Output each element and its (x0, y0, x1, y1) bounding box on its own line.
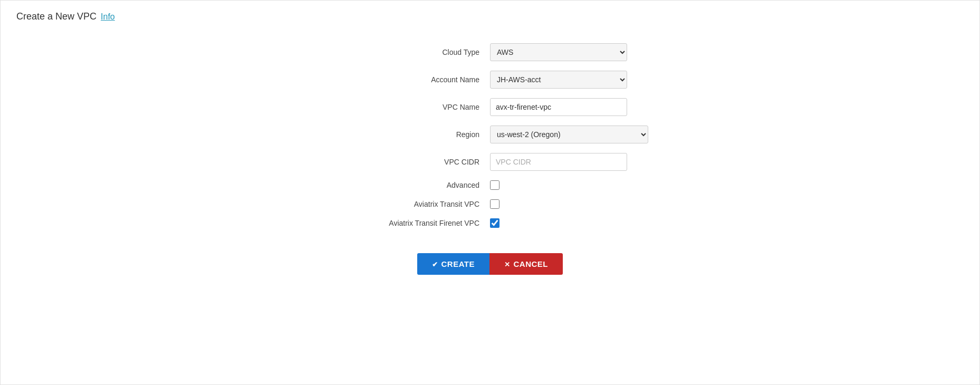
check-icon (432, 259, 438, 268)
advanced-control (490, 180, 627, 190)
account-name-control: JH-AWS-acct (490, 71, 627, 89)
region-row: Region us-west-2 (Oregon) us-east-1 (N. … (16, 126, 964, 143)
cloud-type-control: AWS Azure GCP OCI (490, 43, 627, 61)
aviatrix-transit-vpc-checkbox[interactable] (490, 199, 499, 209)
create-button-label: CREATE (441, 259, 475, 268)
form-container: Cloud Type AWS Azure GCP OCI Account Nam… (16, 43, 964, 275)
create-button[interactable]: CREATE (417, 253, 489, 275)
info-link[interactable]: Info (101, 12, 115, 22)
account-name-select[interactable]: JH-AWS-acct (490, 71, 627, 89)
aviatrix-transit-vpc-control (490, 199, 627, 209)
page-header: Create a New VPC Info (16, 11, 964, 22)
aviatrix-transit-firenet-vpc-row: Aviatrix Transit Firenet VPC (16, 218, 964, 228)
aviatrix-transit-vpc-label: Aviatrix Transit VPC (353, 200, 490, 208)
vpc-cidr-row: VPC CIDR (16, 153, 964, 171)
advanced-row: Advanced (16, 180, 964, 190)
account-name-row: Account Name JH-AWS-acct (16, 71, 964, 89)
cloud-type-select[interactable]: AWS Azure GCP OCI (490, 43, 627, 61)
cloud-type-row: Cloud Type AWS Azure GCP OCI (16, 43, 964, 61)
aviatrix-transit-firenet-vpc-checkbox[interactable] (490, 218, 499, 228)
region-label: Region (353, 130, 490, 139)
aviatrix-transit-vpc-row: Aviatrix Transit VPC (16, 199, 964, 209)
vpc-name-row: VPC Name (16, 98, 964, 116)
vpc-name-label: VPC Name (353, 103, 490, 111)
advanced-label: Advanced (353, 181, 490, 189)
aviatrix-transit-firenet-vpc-label: Aviatrix Transit Firenet VPC (353, 219, 490, 227)
vpc-cidr-input[interactable] (490, 153, 627, 171)
page-container: Create a New VPC Info Cloud Type AWS Azu… (0, 0, 980, 385)
x-icon (504, 259, 511, 268)
cancel-button-label: CANCEL (514, 259, 549, 268)
vpc-name-control (490, 98, 627, 116)
region-select[interactable]: us-west-2 (Oregon) us-east-1 (N. Virgini… (490, 126, 648, 143)
vpc-cidr-control (490, 153, 627, 171)
page-title: Create a New VPC (16, 11, 97, 22)
vpc-cidr-label: VPC CIDR (353, 158, 490, 166)
vpc-name-input[interactable] (490, 98, 627, 116)
region-control: us-west-2 (Oregon) us-east-1 (N. Virgini… (490, 126, 627, 143)
cloud-type-label: Cloud Type (353, 48, 490, 56)
account-name-label: Account Name (353, 75, 490, 84)
cancel-button[interactable]: CANCEL (489, 253, 563, 275)
aviatrix-transit-firenet-vpc-control (490, 218, 627, 228)
button-row: CREATE CANCEL (417, 253, 563, 275)
advanced-checkbox[interactable] (490, 180, 499, 190)
